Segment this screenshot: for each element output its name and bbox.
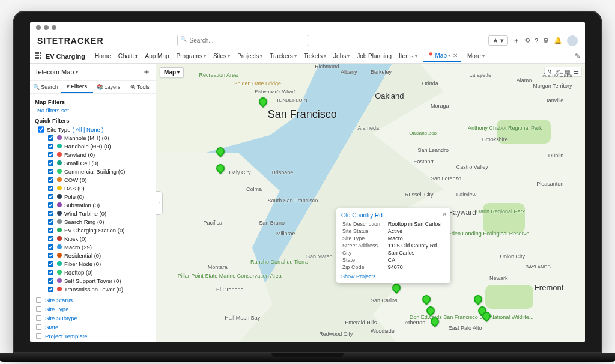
filter-checkbox[interactable] <box>48 210 53 216</box>
quick-filter-item[interactable]: Rooftop (0) <box>47 268 151 276</box>
quick-filter-item[interactable]: Rawland (0) <box>47 150 151 159</box>
close-tab-icon[interactable]: ✕ <box>453 52 458 59</box>
add-map-button[interactable]: ＋ <box>142 67 151 77</box>
quick-filter-item[interactable]: Self Support Tower (0) <box>47 276 151 285</box>
map-type-button[interactable]: Map ▾ <box>160 67 184 77</box>
search-input[interactable] <box>177 35 309 46</box>
map-city-label: Morgan Territory <box>533 83 572 89</box>
global-search[interactable] <box>177 35 309 46</box>
info-row: Site StatusActive <box>342 228 444 234</box>
filter-checkbox[interactable] <box>48 151 53 157</box>
quick-filter-item[interactable]: Wind Turbine (0) <box>47 209 151 217</box>
quick-filter-item[interactable]: Search Ring (0) <box>47 217 151 226</box>
filter-checkbox[interactable] <box>48 252 53 258</box>
filter-category-checkbox[interactable] <box>36 297 41 303</box>
filter-checkbox[interactable] <box>48 202 53 207</box>
nav-item-tickets[interactable]: Tickets▾ <box>300 50 330 62</box>
filter-checkbox[interactable] <box>48 261 53 266</box>
nav-more[interactable]: More ▾ <box>464 50 488 62</box>
map-tool-menu-icon[interactable]: ☰ <box>574 68 579 75</box>
show-projects-link[interactable]: Show Projects <box>341 273 446 279</box>
nav-item-projects[interactable]: Projects▾ <box>234 50 266 62</box>
info-close-icon[interactable]: ✕ <box>442 211 447 217</box>
filter-checkbox[interactable] <box>48 235 53 241</box>
sync-icon[interactable]: ⟲ <box>524 37 530 44</box>
site-type-checkbox[interactable] <box>38 126 44 132</box>
quick-filter-item[interactable]: Kiosk (0) <box>47 234 151 243</box>
filter-checkbox[interactable] <box>48 177 53 182</box>
quick-filter-item[interactable]: Substation (0) <box>47 201 151 209</box>
filter-category[interactable]: Project Status <box>35 341 151 342</box>
filter-checkbox[interactable] <box>48 160 53 165</box>
filter-checkbox[interactable] <box>48 269 53 275</box>
add-icon[interactable]: ＋ <box>513 36 520 45</box>
map-canvas[interactable]: Map ▾ ↯ ◎ ▦ ☰ ‹ San Francisco Oakland Fr… <box>156 64 585 342</box>
quick-filter-item[interactable]: Macro (29) <box>47 243 151 251</box>
user-avatar[interactable] <box>567 35 578 46</box>
filter-checkbox[interactable] <box>48 143 53 148</box>
quick-filter-item[interactable]: EV Charging Station (0) <box>47 226 151 234</box>
quick-filter-item[interactable]: Manhole (MH) (0) <box>47 133 151 142</box>
quick-filter-item[interactable]: Small Cell (0) <box>47 159 151 167</box>
filter-checkbox[interactable] <box>48 168 53 174</box>
sidebar-collapse-handle[interactable]: ‹ <box>156 191 163 215</box>
filter-checkbox[interactable] <box>48 227 53 232</box>
quick-filter-item[interactable]: Handhole (HH) (0) <box>47 142 151 150</box>
nav-item-sites[interactable]: Sites▾ <box>210 50 234 62</box>
sidebar-title[interactable]: Telecom Map <box>35 68 74 76</box>
filter-category-checkbox[interactable] <box>36 315 41 321</box>
nav-item-programs[interactable]: Programs▾ <box>173 50 210 62</box>
quick-filter-item[interactable]: COW (0) <box>47 175 151 184</box>
app-launcher-icon[interactable] <box>35 52 43 61</box>
nav-item-jobs[interactable]: Jobs▾ <box>330 50 353 62</box>
filter-checkbox[interactable] <box>48 244 53 249</box>
filter-category[interactable]: Site Type <box>35 305 151 314</box>
filter-label: Pole (0) <box>64 193 84 200</box>
chevron-down-icon[interactable]: ▾ <box>448 53 450 58</box>
nav-tab-map-active[interactable]: 📍 Map ▾ ✕ <box>423 50 461 62</box>
nav-item-chatter[interactable]: Chatter <box>115 50 142 62</box>
favorites-button[interactable]: ★ ▾ <box>488 35 508 46</box>
filter-checkbox[interactable] <box>48 193 53 199</box>
map-city-label: Berkeley <box>371 69 392 75</box>
notifications-bell-icon[interactable]: 🔔 <box>554 37 562 44</box>
filter-checkbox[interactable] <box>48 219 53 224</box>
filter-checkbox[interactable] <box>48 185 53 190</box>
filter-category[interactable]: Site Status <box>35 296 151 305</box>
filter-category[interactable]: State <box>35 323 151 332</box>
no-filters-link[interactable]: No filters set <box>37 107 151 114</box>
filter-category[interactable]: Project Template <box>35 332 151 341</box>
info-title-link[interactable]: Old Country Rd <box>341 212 446 219</box>
settings-gear-icon[interactable]: ⚙ <box>543 37 549 44</box>
quick-filter-item[interactable]: DAS (0) <box>47 184 151 192</box>
filter-category[interactable]: Site Subtype <box>35 314 151 323</box>
sidebar-tab-filters[interactable]: ▾Filters <box>61 81 92 93</box>
filter-category-checkbox[interactable] <box>36 324 41 330</box>
nav-item-items[interactable]: Items▾ <box>395 50 420 62</box>
all-none-toggle[interactable]: ( All | None ) <box>72 126 103 133</box>
quick-filter-item[interactable]: Transmission Tower (0) <box>47 285 151 293</box>
filter-category-checkbox[interactable] <box>36 333 41 339</box>
nav-item-job-planning[interactable]: Job Planning <box>353 50 395 62</box>
filter-checkbox[interactable] <box>48 278 53 283</box>
quick-filter-item[interactable]: Commercial Building (0) <box>47 167 151 175</box>
quick-filter-item[interactable]: Pole (0) <box>47 192 151 201</box>
nav-item-app-map[interactable]: App Map <box>142 50 173 62</box>
quick-filter-item[interactable]: Residential (0) <box>47 251 151 259</box>
filter-checkbox[interactable] <box>48 286 53 291</box>
nav-item-home[interactable]: Home <box>91 50 115 62</box>
edit-nav-icon[interactable]: ✎ <box>575 52 580 60</box>
filter-label: Handhole (HH) (0) <box>64 143 111 150</box>
sidebar-tab-search[interactable]: 🔍Search <box>30 81 61 93</box>
sidebar-title-dropdown-icon[interactable]: ▾ <box>76 70 78 75</box>
filter-label: Commercial Building (0) <box>64 168 125 175</box>
filter-checkbox[interactable] <box>48 135 53 140</box>
site-type-parent-row[interactable]: Site Type ( All | None ) <box>37 126 151 133</box>
quick-filter-item[interactable]: Fiber Node (0) <box>47 259 151 268</box>
filter-category-checkbox[interactable] <box>36 306 41 312</box>
sidebar-tab-layers[interactable]: 📚Layers <box>93 81 124 93</box>
nav-item-trackers[interactable]: Trackers▾ <box>266 50 300 62</box>
help-icon[interactable]: ? <box>535 37 538 44</box>
app-name[interactable]: EV Charging <box>46 53 85 60</box>
sidebar-tab-tools[interactable]: 🛠Tools <box>124 81 156 93</box>
